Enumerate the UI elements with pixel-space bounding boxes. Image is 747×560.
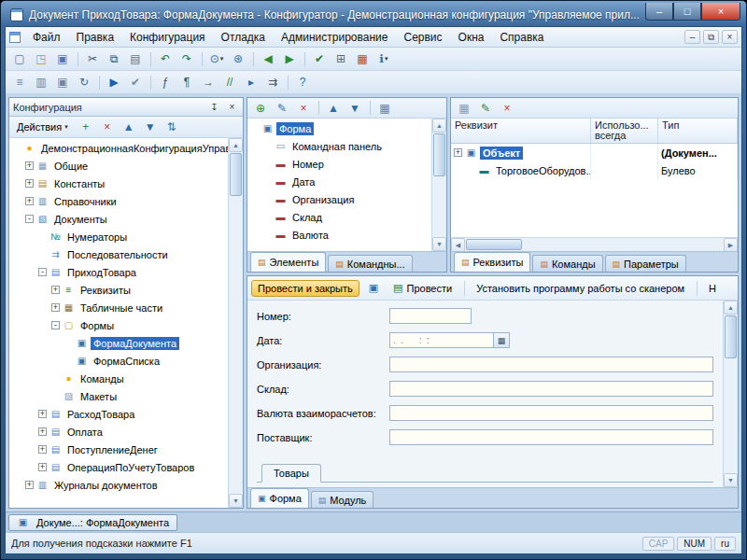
tree-item[interactable]: ⇉ Последовательности xyxy=(9,245,228,263)
tree-item[interactable]: ▬ Номер xyxy=(247,155,431,173)
command-button[interactable] xyxy=(694,281,699,296)
tree-item[interactable]: ▬ Валюта xyxy=(247,226,431,244)
tree-item[interactable]: + ▦ Общие xyxy=(9,157,228,175)
debug-check-icon[interactable]: ✔ xyxy=(125,73,146,91)
maximize-button[interactable]: □ xyxy=(673,3,701,21)
table-row[interactable]: + ▣ Объект (Докумен... xyxy=(451,144,738,161)
attribute-use-always-cell[interactable] xyxy=(591,161,658,179)
actions-menu-button[interactable]: Действия ▾ xyxy=(13,119,72,134)
tab-form[interactable]: ▣ Форма xyxy=(250,488,309,508)
tab-parameters[interactable]: ▤ Параметры xyxy=(605,255,686,272)
table-row[interactable]: ▬ ТорговоеОборудов... Булево xyxy=(451,161,738,179)
new-icon[interactable]: ▢ xyxy=(9,49,30,68)
toolbar-button[interactable] xyxy=(74,49,81,68)
date-field[interactable]: . . : : xyxy=(389,332,494,348)
find-icon[interactable]: ⊙ ▾ xyxy=(206,49,227,68)
post-and-close-button[interactable]: Провести и закрыть xyxy=(251,280,359,297)
update-db-configuration-icon[interactable]: ↻ xyxy=(74,73,94,91)
caps-indicator[interactable]: CAP xyxy=(642,537,675,551)
delete-element-icon[interactable]: × xyxy=(293,99,314,118)
number-field[interactable] xyxy=(389,308,472,324)
menu-file[interactable]: Файл xyxy=(25,29,68,46)
titlebar[interactable]: Документ ПриходТовара: ФормаДокумента - … xyxy=(5,1,742,26)
post-button[interactable]: ▤ Провести xyxy=(388,280,458,296)
undo-icon[interactable]: ↶ xyxy=(155,49,176,68)
scroll-thumb[interactable] xyxy=(230,153,242,196)
back-icon[interactable]: ◀ xyxy=(258,49,278,68)
currency-field[interactable] xyxy=(389,405,713,421)
save-icon[interactable]: ▣ xyxy=(52,49,73,68)
tab-attributes[interactable]: ▤ Реквизиты xyxy=(454,252,530,272)
move-up-icon[interactable]: ▲ xyxy=(323,99,344,118)
help-topic-icon[interactable]: ? xyxy=(292,73,313,91)
tree-item[interactable]: ▣ ФормаСписка xyxy=(9,352,228,370)
sort-icon[interactable]: ⇅ xyxy=(162,118,182,136)
menu-debug[interactable]: Отладка xyxy=(214,29,273,46)
scroll-up-icon[interactable]: ▲ xyxy=(432,119,446,133)
minimize-button[interactable]: – xyxy=(645,3,673,21)
goto-icon[interactable]: ⇉ xyxy=(262,73,283,91)
redo-icon[interactable]: ↷ xyxy=(176,49,197,68)
syntax-check-icon[interactable]: ✔ xyxy=(309,49,330,68)
procedures-icon[interactable]: ¶ xyxy=(176,73,197,91)
menu-windows[interactable]: Окна xyxy=(451,29,492,46)
expander-icon[interactable]: - xyxy=(25,215,34,223)
move-down-icon[interactable]: ▼ xyxy=(140,118,161,136)
expander-icon[interactable]: + xyxy=(25,481,34,489)
copy-icon[interactable]: ⧉ xyxy=(104,49,124,68)
toolbar-button[interactable] xyxy=(95,73,103,91)
organization-field[interactable] xyxy=(389,357,713,372)
column-header[interactable]: Использо... всегда xyxy=(591,119,658,143)
tree-item[interactable]: ▨ Макеты xyxy=(9,387,228,405)
tree-item[interactable]: ▭ Командная панель xyxy=(247,137,431,155)
set-scanner-program-button[interactable]: Установить программу работы со сканером xyxy=(471,281,690,296)
toolbar-button[interactable] xyxy=(249,49,257,68)
tree-item[interactable]: - ▧ Документы xyxy=(9,210,228,228)
column-header[interactable]: Реквизит xyxy=(451,119,591,143)
add-attribute-icon[interactable]: ▦ xyxy=(454,99,474,118)
toolbar-button[interactable] xyxy=(147,49,154,68)
supplier-field[interactable] xyxy=(389,429,713,445)
info-icon[interactable]: ℹ ▾ xyxy=(374,49,394,68)
add-icon[interactable]: + xyxy=(76,118,96,136)
menu-administration[interactable]: Администрирование xyxy=(274,29,395,46)
expander-icon[interactable]: + xyxy=(38,427,47,436)
horizontal-scrollbar[interactable]: ◀ ▶ xyxy=(451,237,738,251)
forward-icon[interactable]: ▶ xyxy=(279,49,300,68)
tree-item[interactable]: + ▤ РасходТовара xyxy=(9,405,228,423)
menu-help[interactable]: Справка xyxy=(492,29,551,46)
tree-item[interactable]: - ▢ Формы xyxy=(9,316,228,334)
calendar-icon[interactable]: ▦ xyxy=(352,49,373,68)
expander-icon[interactable]: + xyxy=(454,148,462,157)
find-replace-icon[interactable]: ⊛ xyxy=(228,49,248,68)
tree-item[interactable]: + ▤ ПоступлениеДенег xyxy=(9,441,228,458)
open-icon[interactable]: ◳ xyxy=(31,49,51,68)
expander-icon[interactable]: + xyxy=(25,179,34,188)
scroll-left-icon[interactable]: ◀ xyxy=(451,238,465,252)
tree-item[interactable]: + ▤ Константы xyxy=(9,175,228,192)
tree-item[interactable]: № Нумераторы xyxy=(9,228,228,245)
format-icon[interactable]: → xyxy=(198,73,218,91)
close-button[interactable]: × xyxy=(701,3,740,21)
scroll-thumb[interactable] xyxy=(725,315,737,358)
tree-item[interactable]: ▣ ФормаДокумента xyxy=(9,334,228,352)
tree-item[interactable]: ▣ Форма xyxy=(247,119,431,137)
open-configuration-icon[interactable]: ▥ xyxy=(31,73,51,91)
bookmark-icon[interactable]: ▸ xyxy=(241,73,261,91)
scroll-down-icon[interactable]: ▼ xyxy=(229,494,243,508)
calendar-picker-icon[interactable]: ▦ xyxy=(494,332,510,348)
vertical-scrollbar[interactable]: ▲ ▼ xyxy=(431,119,446,251)
edit-element-icon[interactable]: ✎ xyxy=(272,99,292,118)
mdi-minimize-button[interactable]: – xyxy=(684,30,700,44)
toolbar-button[interactable] xyxy=(315,99,322,118)
scroll-up-icon[interactable]: ▲ xyxy=(724,301,738,315)
expander-icon[interactable]: + xyxy=(38,410,47,418)
tree-item[interactable]: - ▤ ПриходТовара xyxy=(9,263,228,281)
scroll-down-icon[interactable]: ▼ xyxy=(724,473,738,487)
vertical-scrollbar[interactable]: ▲ ▼ xyxy=(228,138,243,508)
command-button[interactable] xyxy=(461,281,467,296)
cut-icon[interactable]: ✂ xyxy=(82,49,103,68)
attribute-use-always-cell[interactable] xyxy=(591,144,658,161)
calculator-icon[interactable]: ⊞ xyxy=(331,49,351,68)
save-configuration-icon[interactable]: ▣ xyxy=(52,73,73,91)
